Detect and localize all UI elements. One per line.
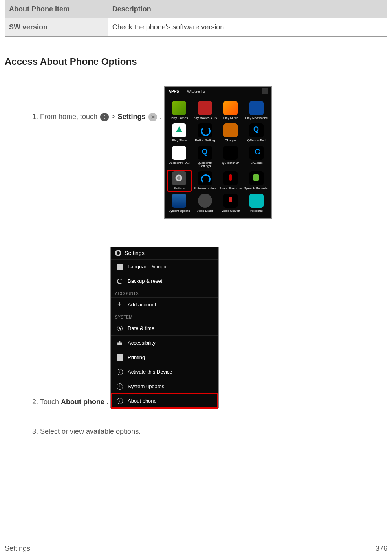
- screenshot-settings: Settings Language & input Backup & reset…: [110, 247, 219, 408]
- row-date-time: Date & time: [111, 321, 218, 335]
- settings-header: Settings: [111, 247, 218, 259]
- app-polling: Polling Setting: [192, 123, 218, 143]
- clock-icon: [117, 325, 123, 332]
- app-saetest: SAETest: [244, 145, 269, 169]
- info-icon: [117, 369, 123, 375]
- step-3: Select or view available options.: [40, 426, 387, 436]
- row-backup: Backup & reset: [111, 274, 218, 288]
- footer-section: Settings: [5, 544, 30, 553]
- footer-page-number: 376: [376, 544, 387, 553]
- table-header-desc: Description: [108, 0, 387, 18]
- app-qvtester: QVTester-04: [218, 145, 244, 169]
- row-add-account: Add account: [111, 297, 218, 312]
- app-settings: Settings: [167, 170, 192, 191]
- step-1: From home, touch > Settings . APPS WIDGE…: [40, 77, 387, 229]
- tab-apps: APPS: [169, 89, 179, 93]
- gear-icon: [115, 250, 121, 256]
- table-row-label: SW version: [5, 18, 108, 37]
- app-play-movies: Play Movies & TV: [192, 100, 218, 121]
- info-icon: [117, 383, 123, 390]
- app-play-store: Play Store: [167, 123, 192, 143]
- app-system-update: System Update: [167, 193, 192, 214]
- app-voice-search: Voice Search: [218, 193, 244, 214]
- settings-gear-icon: [148, 113, 157, 121]
- app-qlogcat: QLogcat: [218, 123, 244, 143]
- info-icon: [117, 398, 123, 404]
- about-phone-table: About Phone Item Description SW version …: [5, 0, 387, 37]
- row-accessibility: Accessibility: [111, 335, 218, 350]
- row-language: Language & input: [111, 259, 218, 274]
- page-footer: Settings 376: [5, 544, 387, 553]
- backup-icon: [117, 278, 123, 284]
- row-activate: Activate this Device: [111, 365, 218, 379]
- app-play-music: Play Music: [218, 100, 244, 121]
- table-header-item: About Phone Item: [5, 0, 108, 18]
- app-play-newsstand: Play Newsstand: [244, 100, 269, 121]
- screenshot-apps: APPS WIDGETS Play Games Play Movies & TV…: [164, 86, 272, 219]
- category-accounts: ACCOUNTS: [111, 288, 218, 297]
- category-system: SYSTEM: [111, 312, 218, 321]
- store-icon: [262, 88, 268, 94]
- steps-list: From home, touch > Settings . APPS WIDGE…: [5, 77, 387, 436]
- home-apps-icon: [100, 113, 109, 121]
- app-voice-dialer: Voice Dialer: [192, 193, 218, 214]
- plus-icon: [117, 302, 123, 308]
- app-qsensortest: QSensorTest: [244, 123, 269, 143]
- app-play-games: Play Games: [167, 100, 192, 121]
- app-voicemail: Voicemail: [244, 193, 269, 214]
- step-2: Touch About phone . Settings Language & …: [40, 237, 387, 418]
- row-about-phone: About phone: [111, 394, 218, 408]
- app-software-update: Software update: [192, 170, 218, 191]
- tab-widgets: WIDGETS: [187, 89, 205, 93]
- row-system-updates: System updates: [111, 379, 218, 394]
- table-row-desc: Check the phone's software version.: [108, 18, 387, 37]
- section-heading: Access About Phone Options: [5, 56, 387, 67]
- app-sound-recorder: Sound Recorder: [218, 170, 244, 191]
- printer-icon: [117, 354, 123, 361]
- app-speech-recorder: Speech Recorder: [244, 170, 269, 191]
- app-qualcomm-settings: Qualcomm Settings: [192, 145, 218, 169]
- accessibility-icon: [117, 340, 123, 346]
- row-printing: Printing: [111, 350, 218, 365]
- app-qualcomm-dlt: Qualcomm DLT: [167, 145, 192, 169]
- language-icon: [117, 264, 123, 270]
